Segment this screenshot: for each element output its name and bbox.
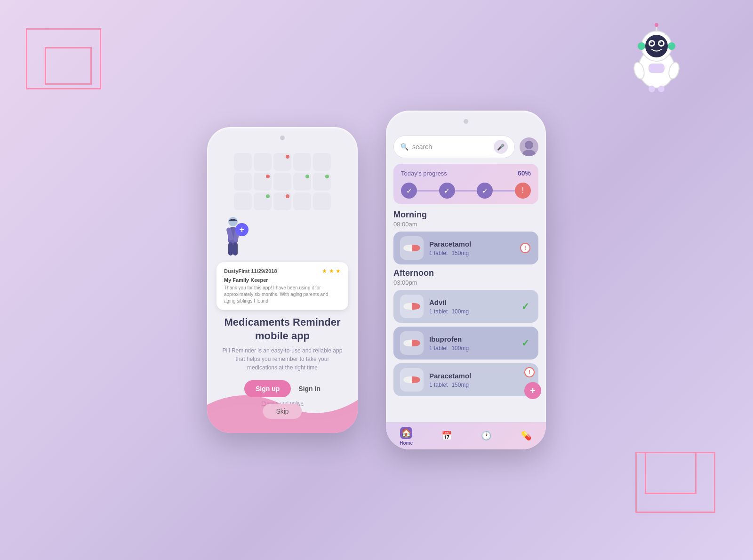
cal-cell	[313, 173, 331, 191]
med-card-paracetamol-afternoon: ! Paracetamol 1 tablet150mg	[393, 363, 538, 396]
step-1: ✓	[401, 183, 417, 199]
phone-notch-1	[264, 133, 301, 144]
phones-container: + DustyFirst 11/29/2018 ★ ★ ★	[207, 111, 546, 449]
med-action-done: ✓	[519, 300, 532, 313]
cal-cell	[273, 173, 291, 191]
svg-rect-17	[658, 86, 665, 92]
app-title: Medicaments Reminder mobile app	[221, 316, 344, 343]
med-name: Ibuprofen	[429, 335, 519, 343]
step-4: !	[515, 183, 531, 199]
med-action-done: ✓	[519, 336, 532, 350]
cal-cell	[254, 192, 272, 210]
search-row: 🔍 search 🎤	[386, 132, 546, 162]
pill-image	[400, 331, 424, 355]
svg-rect-13	[649, 64, 665, 73]
med-dosage: 1 tablet150mg	[429, 250, 519, 256]
check-icon: ✓	[521, 337, 529, 349]
afternoon-title: Afternoon	[393, 268, 538, 278]
svg-point-10	[655, 23, 658, 27]
calendar-icon: 📅	[441, 430, 453, 442]
search-bar[interactable]: 🔍 search 🎤	[393, 136, 515, 158]
person-area: +	[207, 213, 358, 260]
search-icon: 🔍	[401, 143, 409, 151]
phone2-content: 🔍 search 🎤 Today's progress 60%	[386, 111, 546, 449]
nav-calendar[interactable]: 📅	[441, 430, 453, 443]
med-dosage: 1 tablet100mg	[429, 308, 519, 315]
add-med-button[interactable]: +	[524, 382, 541, 399]
app-subtitle: Pill Reminder is an easy-to-use and reli…	[207, 343, 358, 376]
svg-rect-23	[233, 242, 238, 256]
afternoon-time: 03:00pm	[393, 279, 538, 286]
user-avatar[interactable]	[520, 137, 538, 156]
cal-cell	[273, 153, 291, 171]
deco-square-2	[45, 47, 92, 85]
step-line-3	[493, 190, 515, 192]
deco-square-1	[26, 28, 101, 89]
clock-icon: 🕐	[480, 430, 492, 442]
review-header: DustyFirst 11/29/2018 ★ ★ ★	[224, 268, 341, 274]
review-stars: ★ ★ ★	[322, 268, 341, 274]
cal-cell	[234, 192, 252, 210]
review-title: My Family Keeper	[224, 277, 341, 283]
morning-time: 08:00am	[393, 221, 538, 228]
med-card-advil: Advil 1 tablet100mg ✓	[393, 290, 538, 323]
med-card-paracetamol-morning: Paracetamol 1 tablet150mg !	[393, 232, 538, 264]
alert-icon: !	[520, 243, 530, 253]
cal-cell	[234, 153, 252, 171]
search-text: search	[412, 143, 490, 151]
deco-square-3	[635, 452, 715, 513]
progress-label: Today's progress	[401, 170, 447, 177]
med-info: Paracetamol 1 tablet150mg	[424, 372, 519, 388]
cal-cell	[273, 192, 291, 210]
add-button[interactable]: +	[235, 223, 248, 236]
person-illustration	[216, 215, 249, 260]
alert-icon-corner: !	[524, 367, 535, 377]
alert-corner: !	[524, 367, 535, 377]
svg-point-12	[668, 42, 675, 50]
cal-cell	[293, 153, 311, 171]
progress-percentage: 60%	[518, 169, 531, 177]
progress-header: Today's progress 60%	[401, 169, 531, 177]
med-info: Paracetamol 1 tablet150mg	[424, 240, 519, 256]
morning-title: Morning	[393, 210, 538, 220]
svg-point-7	[650, 41, 652, 43]
cal-cell	[313, 153, 331, 171]
svg-point-2	[645, 35, 668, 57]
check-icon: ✓	[521, 301, 529, 312]
med-action-alert: !	[519, 241, 532, 255]
bottom-nav: 🏠 Home 📅 🕐 💊	[386, 422, 546, 449]
review-text: Thank you for this app! I have been usin…	[224, 285, 341, 304]
cal-cell	[293, 173, 311, 191]
med-dosage: 1 tablet150mg	[429, 382, 519, 388]
cal-cell	[234, 173, 252, 191]
med-card-ibuprofen: Ibuprofen 1 tablet100mg ✓	[393, 327, 538, 360]
phone-notch-2	[447, 116, 485, 128]
svg-point-18	[228, 217, 238, 226]
app-title-area: Medicaments Reminder mobile app	[207, 310, 358, 343]
step-2: ✓	[439, 183, 455, 199]
progress-card: Today's progress 60% ✓ ✓ ✓ !	[393, 164, 538, 204]
svg-point-24	[525, 141, 533, 149]
med-name: Advil	[429, 298, 519, 306]
nav-home[interactable]: 🏠 Home	[400, 427, 413, 446]
deco-square-4	[645, 452, 697, 494]
nav-home-label: Home	[400, 440, 413, 446]
home-icon: 🏠	[400, 427, 412, 439]
phone-landing: + DustyFirst 11/29/2018 ★ ★ ★	[207, 127, 358, 433]
med-name: Paracetamol	[429, 240, 519, 248]
cal-cell	[254, 173, 272, 191]
pill-icon: 💊	[520, 430, 532, 442]
step-line-1	[417, 190, 439, 192]
cal-cell	[254, 153, 272, 171]
mic-button[interactable]: 🎤	[494, 140, 508, 154]
review-card: DustyFirst 11/29/2018 ★ ★ ★ My Family Ke…	[216, 262, 348, 310]
svg-point-25	[522, 150, 536, 156]
pill-image	[400, 236, 424, 260]
nav-history[interactable]: 🕐	[480, 430, 492, 443]
pill-image	[400, 368, 424, 392]
phone1-bottom: Skip	[207, 376, 358, 433]
skip-button[interactable]: Skip	[263, 404, 302, 419]
svg-rect-22	[228, 242, 233, 256]
cal-cell	[313, 192, 331, 210]
nav-meds[interactable]: 💊	[520, 430, 532, 443]
